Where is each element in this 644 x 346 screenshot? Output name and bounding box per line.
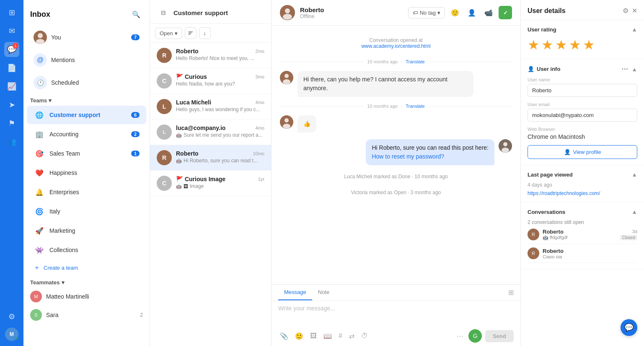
conv-item-curious2[interactable]: C 🚩 Curious Image 1yr 🤖 🖼 Image <box>150 171 271 196</box>
msg-row-2: 👍 <box>280 115 512 133</box>
grid-icon-btn[interactable]: ⊞ <box>4 5 19 20</box>
users-icon-btn[interactable]: 👥 <box>4 134 19 149</box>
team-item-customer-support[interactable]: 🌐 Customer support 6 <box>27 106 146 124</box>
chat-contact-info: Roberto Offline <box>300 6 403 19</box>
user-info-toggle[interactable]: ▲ <box>631 66 637 73</box>
document-icon-btn[interactable]: 📄 <box>4 60 19 75</box>
tab-message[interactable]: Message <box>278 285 312 300</box>
image-toolbar-icon[interactable]: 🖼 <box>308 330 318 341</box>
customer-support-icon: 🌐 <box>34 109 45 121</box>
teammate-sara[interactable]: S Sara 2 <box>23 306 150 324</box>
user-info-title: 👤 User info ⋯ ▲ <box>528 65 637 73</box>
input-placeholder: Write your message... <box>278 305 335 312</box>
sidebar-item-you[interactable]: You 7 <box>27 26 146 48</box>
team-label-accounting: Accounting <box>49 131 127 138</box>
svg-point-15 <box>503 142 507 146</box>
team-count-accounting: 2 <box>131 131 140 137</box>
inbox-icon-btn[interactable]: ✉ <box>4 23 19 39</box>
conv-avatar-curious1: C <box>157 73 172 88</box>
teammates-section-title[interactable]: Teammates ▾ <box>23 276 150 287</box>
team-label-sales: Sales Team <box>49 150 127 157</box>
team-item-marketing[interactable]: 🚀 Marketing <box>27 221 146 240</box>
you-label: You <box>51 34 127 41</box>
sidebar-search-btn[interactable]: 🔍 <box>129 8 143 21</box>
attachment-icon[interactable]: 📎 <box>278 330 290 342</box>
close-panel-btn[interactable]: ✕ <box>632 7 637 15</box>
create-team-btn[interactable]: ＋ Create a team <box>27 260 146 276</box>
sort-desc-btn[interactable]: ↓ <box>199 27 211 39</box>
more-options-btn[interactable]: ⋯ <box>457 332 463 340</box>
team-item-collections[interactable]: 👾 Collections <box>27 241 146 259</box>
flag-icon-btn[interactable]: ⚑ <box>4 116 19 131</box>
settings-panel-btn[interactable]: ⚙ <box>623 7 628 15</box>
system-url[interactable]: www.academy.io/centered.html <box>361 43 430 49</box>
username-input[interactable] <box>528 84 637 97</box>
status-msg-2: Victoria marked as Open · 3 months ago <box>280 188 512 197</box>
conv-item-luca-company[interactable]: L luca@company.io 4mo 🤖 Sure let me send… <box>150 120 271 145</box>
video-btn[interactable]: 📹 <box>482 6 495 19</box>
svg-point-1 <box>36 39 44 44</box>
chat-header-actions: 🏷 No tag ▾ 🙂 👤 📹 ✓ <box>408 6 512 19</box>
resolve-btn[interactable]: ✓ <box>499 6 512 19</box>
tag-btn[interactable]: 🏷 No tag ▾ <box>408 7 445 18</box>
teams-section-title[interactable]: Teams ▾ <box>23 94 150 105</box>
collections-icon: 👾 <box>34 244 45 256</box>
ai-assist-btn[interactable]: G <box>468 329 482 343</box>
last-page-url[interactable]: https://roadtriptechnologies.com/ <box>528 190 600 196</box>
conversations-toggle[interactable]: ▲ <box>631 208 637 215</box>
filter-open-btn[interactable]: Open ▾ <box>155 28 182 39</box>
sara-count: 2 <box>140 312 143 318</box>
translate-toolbar-icon[interactable]: ⇄ <box>347 330 356 342</box>
send-icon-btn[interactable]: ➤ <box>4 97 19 112</box>
translate-link-2[interactable]: Translate <box>406 104 424 109</box>
conv-item-curious1[interactable]: C 🚩 Curious 3mo Hello Nadia, how are you… <box>150 68 271 94</box>
matteo-avatar: M <box>30 291 42 302</box>
float-chat-btn[interactable]: 💬 <box>621 319 637 336</box>
sidebar-toggle-icon[interactable]: ⊟ <box>157 6 170 19</box>
mentions-avatar: @ <box>34 53 47 67</box>
sort-asc-btn[interactable] <box>185 27 197 39</box>
last-page-toggle[interactable]: ▲ <box>631 171 637 178</box>
emoji-toolbar-icon[interactable]: 🙂 <box>293 330 305 342</box>
team-item-enterprises[interactable]: 🔔 Enterprises <box>27 183 146 201</box>
mini-conv-roberto1[interactable]: R Roberto 🤖 ffdgdfgdf 3d Closed <box>528 225 637 244</box>
article-toolbar-icon[interactable]: 📖 <box>322 330 334 342</box>
mini-conv-roberto2[interactable]: R Roberto Ciaoo oia <box>528 244 637 263</box>
team-label-collections: Collections <box>49 247 140 253</box>
conv-avatar-curious2: C <box>157 176 172 191</box>
team-item-sales[interactable]: 🎯 Sales Team 1 <box>27 144 146 163</box>
rating-toggle[interactable]: ▲ <box>631 26 637 33</box>
team-item-happiness[interactable]: ❤️ Happiness <box>27 164 146 182</box>
useremail-input[interactable] <box>528 109 637 122</box>
expand-input-btn[interactable]: ⊞ <box>508 289 514 297</box>
conv-list-title: Customer support <box>173 9 264 16</box>
input-tabs: Message Note ⊞ <box>272 285 520 301</box>
tab-note[interactable]: Note <box>312 285 335 300</box>
send-button[interactable]: Send <box>485 330 514 342</box>
user-info-more-btn[interactable]: ⋯ <box>621 65 628 73</box>
svg-point-6 <box>285 8 290 13</box>
user-add-btn[interactable]: 👤 <box>465 6 478 19</box>
user-avatar-bottom[interactable]: M <box>5 328 18 341</box>
view-profile-btn[interactable]: 👤 View profile <box>528 145 637 159</box>
team-count-customer-support: 6 <box>131 112 140 118</box>
conv-item-luca1[interactable]: L Luca Micheli 4mo Hello guys, I was won… <box>150 94 271 120</box>
hashtag-toolbar-icon[interactable]: # <box>337 330 344 341</box>
sidebar-item-mentions[interactable]: @ Mentions <box>27 49 146 71</box>
conv-item-roberto2[interactable]: R Roberto 10mo 🤖 Hi Roberto, sure you ca… <box>150 145 271 171</box>
team-item-italy[interactable]: 🌀 Italy <box>27 202 146 221</box>
translate-link-1[interactable]: Translate <box>406 59 424 64</box>
conv-avatar-roberto2: R <box>157 150 172 165</box>
right-panel-actions: ⚙ ✕ <box>623 7 637 15</box>
matteo-label: Matteo Martinelli <box>46 293 143 300</box>
chat-icon-btn[interactable]: 💬 1 <box>4 42 19 57</box>
reset-password-link[interactable]: How to reset my password? <box>372 153 444 160</box>
trending-icon-btn[interactable]: 📈 <box>4 79 19 94</box>
timer-toolbar-icon[interactable]: ⏱ <box>360 330 370 341</box>
settings-icon-btn[interactable]: ⚙ <box>4 309 19 324</box>
conv-item-roberto1[interactable]: R Roberto 2mo Hello Roberto! Nice to mee… <box>150 43 271 68</box>
sidebar-item-scheduled[interactable]: 🕐 Scheduled <box>27 72 146 94</box>
emoji-btn[interactable]: 🙂 <box>448 6 462 19</box>
team-item-accounting[interactable]: 🏢 Accounting 2 <box>27 125 146 143</box>
teammate-matteo[interactable]: M Matteo Martinelli <box>23 287 150 306</box>
